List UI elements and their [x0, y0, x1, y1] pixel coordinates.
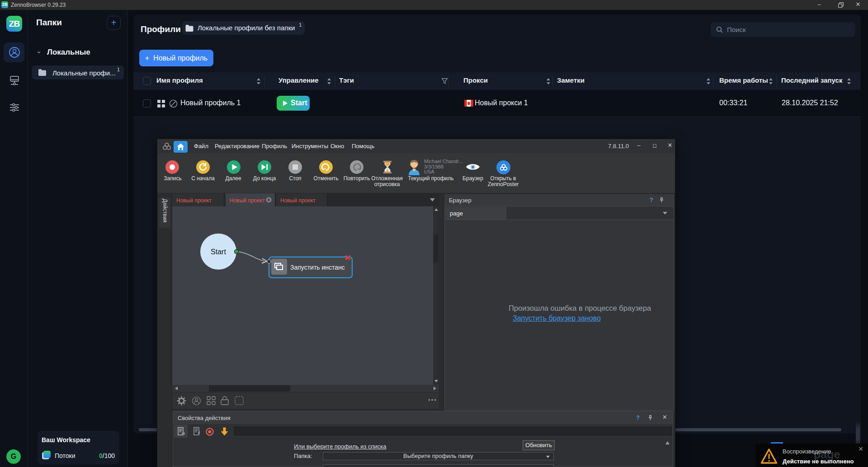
- svg-text:Запустить инстанс: Запустить инстанс: [290, 264, 345, 271]
- svg-text:Start: Start: [211, 248, 226, 256]
